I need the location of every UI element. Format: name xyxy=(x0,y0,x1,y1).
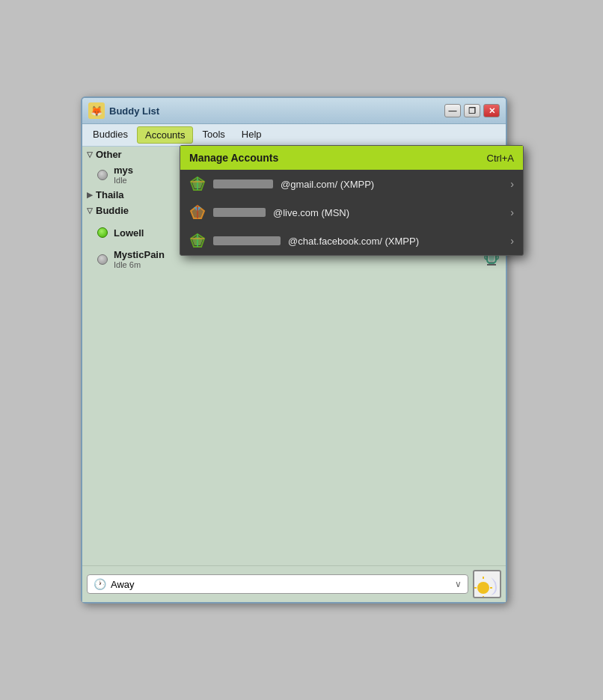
svg-point-25 xyxy=(477,582,489,594)
account-name-gmail xyxy=(213,179,273,188)
group-buddies-label: Buddie xyxy=(96,205,129,216)
group-buddies-arrow: ▽ xyxy=(87,206,93,215)
account-name-facebook xyxy=(213,236,281,245)
xmpp-icon-1 xyxy=(189,176,206,192)
accounts-dropdown: Manage Accounts Ctrl+A @gmail.com/ xyxy=(180,145,524,256)
app-icon: 🦊 xyxy=(88,102,105,119)
window-controls: — ❐ ✕ xyxy=(444,104,500,117)
account-gmail[interactable]: @gmail.com/ (XMPP) › xyxy=(180,170,523,198)
status-dot-lowell xyxy=(97,227,108,238)
buddy-status-mysticpain: Idle 6m xyxy=(114,260,477,269)
status-select[interactable]: 🕐 Away ∨ xyxy=(87,574,468,594)
maximize-button[interactable]: ❐ xyxy=(464,104,480,117)
clock-icon: 🕐 xyxy=(94,578,106,590)
group-thailand-label: Thaila xyxy=(96,189,124,200)
account-arrow-facebook: › xyxy=(510,235,514,247)
shortcut-key: Ctrl+A xyxy=(487,153,514,164)
close-button[interactable]: ✕ xyxy=(483,104,500,117)
status-dot-mysticpain xyxy=(97,254,108,265)
manage-accounts-label: Manage Accounts xyxy=(189,152,278,164)
svg-rect-24 xyxy=(487,264,496,265)
group-thailand-arrow: ▶ xyxy=(87,191,93,199)
account-suffix-gmail: @gmail.com/ (XMPP) xyxy=(281,179,503,190)
account-arrow-gmail: › xyxy=(510,178,514,190)
menu-buddies[interactable]: Buddies xyxy=(85,126,135,144)
menu-bar: Buddies Accounts Tools Help Manage Accou… xyxy=(82,124,506,147)
account-arrow-live: › xyxy=(510,206,514,218)
buddy-list-window: 🦊 Buddy List — ❐ ✕ Buddies Accounts Tool… xyxy=(81,96,507,604)
account-name-live xyxy=(213,208,266,217)
menu-accounts[interactable]: Accounts xyxy=(137,126,193,144)
menu-tools[interactable]: Tools xyxy=(195,126,232,144)
user-avatar[interactable] xyxy=(473,570,501,598)
menu-help[interactable]: Help xyxy=(234,126,269,144)
minimize-button[interactable]: — xyxy=(444,104,461,117)
msn-icon xyxy=(189,204,206,221)
account-facebook[interactable]: @chat.facebook.com/ (XMPP) › xyxy=(180,227,523,255)
xmpp-icon-2 xyxy=(189,233,206,249)
status-dot-mys xyxy=(97,170,108,180)
group-other-arrow: ▽ xyxy=(87,150,93,159)
window-title: Buddy List xyxy=(109,105,444,117)
status-label: Away xyxy=(111,579,135,590)
account-live[interactable]: @live.com (MSN) › xyxy=(180,198,523,227)
group-other-label: Other xyxy=(96,149,122,160)
title-bar: 🦊 Buddy List — ❐ ✕ xyxy=(82,98,506,124)
account-suffix-facebook: @chat.facebook.com/ (XMPP) xyxy=(288,236,503,247)
status-bar: 🕐 Away ∨ xyxy=(82,565,506,602)
manage-accounts-item[interactable]: Manage Accounts Ctrl+A xyxy=(180,146,523,170)
account-suffix-live: @live.com (MSN) xyxy=(273,207,503,218)
chevron-down-icon: ∨ xyxy=(455,579,462,589)
